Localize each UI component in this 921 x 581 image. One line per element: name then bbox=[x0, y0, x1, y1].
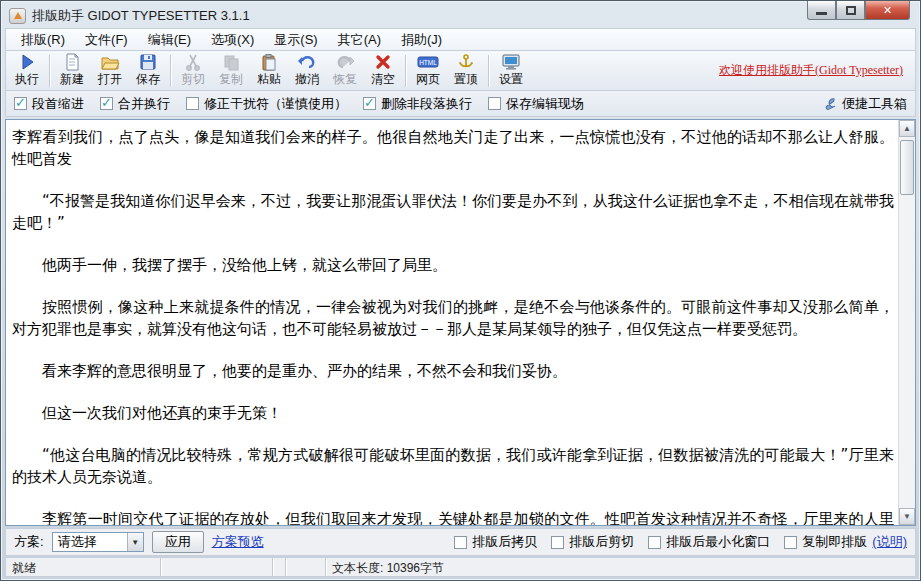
save-button[interactable]: 保存 bbox=[129, 52, 167, 90]
scheme-label: 方案: bbox=[14, 533, 44, 551]
paragraph: 李辉第一时间交代了证据的存放处，但我们取回来才发现，关键处都是加锁的文件。性吧首… bbox=[12, 508, 894, 525]
paragraph: 李辉看到我们，点了点头，像是知道我们会来的样子。他很自然地关门走了出来，一点惊慌… bbox=[12, 126, 894, 170]
open-label: 打开 bbox=[98, 71, 122, 88]
checkbox-box[interactable] bbox=[186, 97, 199, 110]
maximize-button[interactable] bbox=[836, 1, 865, 20]
status-cell-empty bbox=[286, 558, 326, 576]
clear-label: 清空 bbox=[371, 71, 395, 88]
paragraph: “不报警是我知道你们迟早会来，不过，我要让那混蛋认罪伏法！你们要是办不到，从我这… bbox=[12, 190, 894, 234]
copy-label: 复制 bbox=[219, 71, 243, 88]
checkbox-box[interactable] bbox=[100, 97, 113, 110]
checkbox-box[interactable] bbox=[648, 536, 661, 549]
pin-top-icon bbox=[457, 53, 475, 71]
checkbox-label: 排版后拷贝 bbox=[472, 533, 537, 551]
undo-icon bbox=[297, 53, 317, 71]
scroll-up-button[interactable]: ▲ bbox=[899, 120, 915, 137]
toolbar-separator bbox=[170, 55, 171, 87]
quick-toolbox-label: 便捷工具箱 bbox=[842, 95, 907, 113]
checkbox-label: 段首缩进 bbox=[32, 95, 84, 113]
menu-typeset[interactable]: 排版(R) bbox=[12, 29, 74, 51]
toolbar: 执行 新建 打开 保存 剪切 bbox=[5, 51, 916, 91]
redo-button[interactable]: 恢复 bbox=[326, 52, 364, 90]
menu-options[interactable]: 选项(X) bbox=[202, 29, 263, 51]
apply-button[interactable]: 应用 bbox=[152, 531, 204, 553]
redo-label: 恢复 bbox=[333, 71, 357, 88]
checkbox-box[interactable] bbox=[363, 97, 376, 110]
title-bar: 排版助手 GIDOT TYPESETTER 3.1.1 ✕ bbox=[1, 1, 920, 28]
scheme-options: 排版后拷贝 排版后剪切 排版后最小化窗口 复制即排版 (说明) bbox=[454, 533, 907, 551]
menu-display[interactable]: 显示(S) bbox=[265, 29, 326, 51]
checkbox-merge-linebreaks[interactable]: 合并换行 bbox=[100, 95, 170, 113]
checkbox-typeset-on-copy[interactable]: 复制即排版 (说明) bbox=[784, 533, 907, 551]
save-icon bbox=[139, 53, 157, 71]
text-editor[interactable]: 李辉看到我们，点了点头，像是知道我们会来的样子。他很自然地关门走了出来，一点惊慌… bbox=[6, 120, 898, 525]
minimize-button[interactable] bbox=[807, 1, 836, 20]
checkbox-box[interactable] bbox=[454, 536, 467, 549]
svg-text:HTML: HTML bbox=[419, 59, 437, 66]
scheme-dropdown[interactable]: 请选择 ▼ bbox=[52, 532, 144, 552]
checkbox-box[interactable] bbox=[784, 536, 797, 549]
open-button[interactable]: 打开 bbox=[91, 52, 129, 90]
clear-button[interactable]: 清空 bbox=[364, 52, 402, 90]
status-text-length: 文本长度: 10396字节 bbox=[326, 558, 915, 576]
checkbox-box[interactable] bbox=[551, 536, 564, 549]
checkbox-box[interactable] bbox=[488, 97, 501, 110]
cut-button[interactable]: 剪切 bbox=[174, 52, 212, 90]
undo-button[interactable]: 撤消 bbox=[288, 52, 326, 90]
toolbar-separator bbox=[405, 55, 406, 87]
web-button[interactable]: HTML 网页 bbox=[409, 52, 447, 90]
checkbox-copy-after-typeset[interactable]: 排版后拷贝 bbox=[454, 533, 537, 551]
copy-button[interactable]: 复制 bbox=[212, 52, 250, 90]
quick-toolbox-button[interactable]: 便捷工具箱 bbox=[821, 95, 907, 113]
paste-label: 粘贴 bbox=[257, 71, 281, 88]
new-button[interactable]: 新建 bbox=[53, 52, 91, 90]
checkbox-fix-interference[interactable]: 修正干扰符（谨慎使用） bbox=[186, 95, 347, 113]
checkbox-remove-nonparagraph-breaks[interactable]: 删除非段落换行 bbox=[363, 95, 472, 113]
settings-icon bbox=[501, 53, 521, 71]
app-icon bbox=[9, 8, 26, 24]
menu-edit[interactable]: 编辑(E) bbox=[139, 29, 200, 51]
welcome-area: 欢迎使用排版助手(Gidot Typesetter) bbox=[719, 62, 903, 79]
checkbox-box[interactable] bbox=[14, 97, 27, 110]
run-button[interactable]: 执行 bbox=[8, 52, 46, 90]
help-link[interactable]: (说明) bbox=[872, 533, 907, 551]
scheme-preview-link[interactable]: 方案预览 bbox=[212, 533, 264, 551]
paste-button[interactable]: 粘贴 bbox=[250, 52, 288, 90]
status-bar: 就绪 文本长度: 10396字节 bbox=[5, 557, 916, 577]
settings-button[interactable]: 设置 bbox=[492, 52, 530, 90]
menu-donate[interactable]: 捐助(J) bbox=[392, 29, 451, 51]
menu-bar: 排版(R) 文件(F) 编辑(E) 选项(X) 显示(S) 其它(A) 捐助(J… bbox=[5, 28, 916, 51]
close-button[interactable]: ✕ bbox=[865, 1, 910, 20]
checkbox-label: 排版后最小化窗口 bbox=[666, 533, 770, 551]
settings-label: 设置 bbox=[499, 71, 523, 88]
wrench-icon bbox=[821, 96, 837, 112]
menu-other[interactable]: 其它(A) bbox=[329, 29, 390, 51]
run-icon bbox=[18, 53, 36, 71]
menu-file[interactable]: 文件(F) bbox=[76, 29, 137, 51]
chevron-down-icon[interactable]: ▼ bbox=[127, 533, 143, 551]
window-controls: ✕ bbox=[807, 1, 910, 20]
paragraph: 他两手一伸，我摆了摆手，没给他上铐，就这么带回了局里。 bbox=[12, 254, 894, 276]
checkbox-minimize-after-typeset[interactable]: 排版后最小化窗口 bbox=[648, 533, 770, 551]
vertical-scrollbar[interactable]: ▲ ▼ bbox=[898, 120, 915, 525]
save-label: 保存 bbox=[136, 71, 160, 88]
web-icon: HTML bbox=[417, 53, 439, 71]
open-folder-icon bbox=[100, 53, 120, 71]
welcome-link[interactable]: 欢迎使用排版助手(Gidot Typesetter) bbox=[719, 63, 903, 77]
undo-label: 撤消 bbox=[295, 71, 319, 88]
scrollbar-thumb[interactable] bbox=[900, 140, 914, 195]
cut-icon bbox=[184, 53, 202, 71]
editor-area: 李辉看到我们，点了点头，像是知道我们会来的样子。他很自然地关门走了出来，一点惊慌… bbox=[5, 119, 916, 526]
checkbox-label: 删除非段落换行 bbox=[381, 95, 472, 113]
paragraph: 但这一次我们对他还真的束手无策！ bbox=[12, 402, 894, 424]
checkbox-save-editing-session[interactable]: 保存编辑现场 bbox=[488, 95, 584, 113]
scroll-down-button[interactable]: ▼ bbox=[899, 508, 915, 525]
checkbox-label: 保存编辑现场 bbox=[506, 95, 584, 113]
paragraph: 看来李辉的意思很明显了，他要的是重办、严办的结果，不然不会和我们妥协。 bbox=[12, 360, 894, 382]
pin-top-button[interactable]: 置顶 bbox=[447, 52, 485, 90]
run-label: 执行 bbox=[15, 71, 39, 88]
scheme-dropdown-value: 请选择 bbox=[58, 533, 97, 551]
checkbox-cut-after-typeset[interactable]: 排版后剪切 bbox=[551, 533, 634, 551]
checkbox-label: 合并换行 bbox=[118, 95, 170, 113]
checkbox-indent-first-line[interactable]: 段首缩进 bbox=[14, 95, 84, 113]
